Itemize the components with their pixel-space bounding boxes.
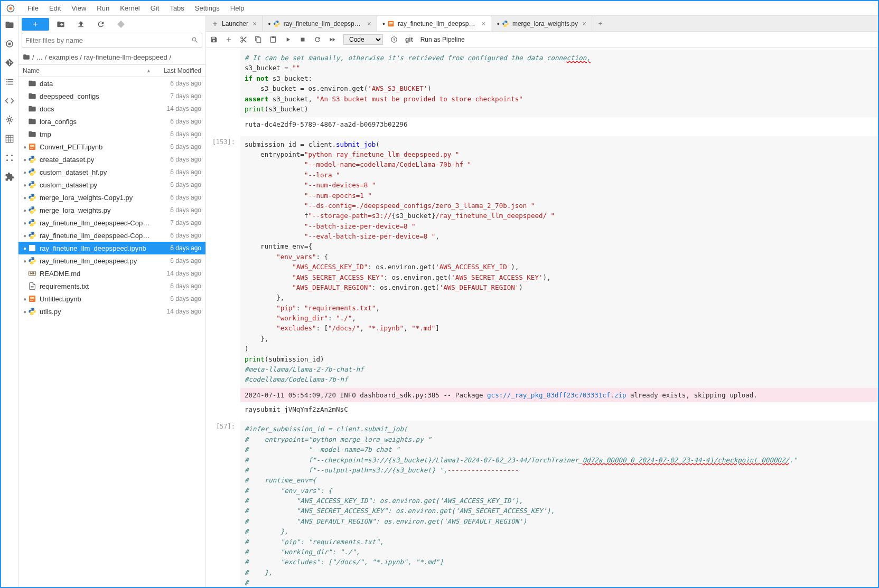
- data-grid-icon[interactable]: [5, 134, 14, 144]
- python-icon: [28, 206, 36, 214]
- folder-icon[interactable]: [5, 20, 14, 30]
- time-icon[interactable]: [390, 36, 398, 43]
- cell-type-select[interactable]: Code: [343, 34, 383, 45]
- file-row[interactable]: requirements.txt6 days ago: [18, 280, 205, 292]
- file-modified: 6 days ago: [151, 168, 201, 176]
- file-modified: 14 days ago: [151, 105, 201, 112]
- file-row[interactable]: tmp6 days ago: [18, 128, 205, 140]
- new-folder-icon[interactable]: [57, 20, 65, 29]
- stop-icon[interactable]: [299, 36, 306, 43]
- file-row[interactable]: ●ray_finetune_llm_deepspeed-Copy1.py7 da…: [18, 216, 205, 229]
- file-row[interactable]: ●Convert_PEFT.ipynb6 days ago: [18, 140, 205, 153]
- file-row[interactable]: ●ray_finetune_llm_deepspeed.py6 days ago: [18, 254, 205, 267]
- code-output: raysubmit_jVNqYmf2zAn2mNsC: [240, 402, 878, 416]
- menu-help[interactable]: Help: [225, 2, 250, 14]
- file-row[interactable]: docs14 days ago: [18, 102, 205, 115]
- file-row[interactable]: ●Untitled.ipynb6 days ago: [18, 292, 205, 305]
- code-input[interactable]: submission_id = client.submit_job( entry…: [240, 136, 878, 388]
- folder-icon: [23, 53, 30, 61]
- close-icon[interactable]: ×: [481, 20, 485, 28]
- menu-edit[interactable]: Edit: [44, 2, 66, 14]
- refresh-icon[interactable]: [97, 20, 105, 29]
- file-row[interactable]: ●merge_lora_weights-Copy1.py6 days ago: [18, 191, 205, 204]
- cut-icon[interactable]: [240, 36, 247, 43]
- close-icon[interactable]: ×: [582, 20, 586, 28]
- file-modified: 6 days ago: [151, 156, 201, 163]
- git-icon[interactable]: [5, 58, 14, 68]
- file-row[interactable]: README.md14 days ago: [18, 267, 205, 280]
- code-icon[interactable]: [5, 96, 14, 106]
- running-icon[interactable]: [5, 39, 14, 49]
- tab[interactable]: ●ray_finetune_llm_deepspeec×: [263, 16, 377, 31]
- menu-git[interactable]: Git: [145, 2, 165, 14]
- notebook[interactable]: # It can be set manually, otherwise it's…: [206, 48, 878, 587]
- prompt: [57]:: [206, 421, 240, 587]
- cell[interactable]: # It can be set manually, otherwise it's…: [206, 48, 878, 134]
- python-icon: [28, 168, 36, 176]
- file-list: data6 days agodeepspeed_configs7 days ag…: [18, 77, 205, 587]
- menu-file[interactable]: File: [22, 2, 44, 14]
- run-as-pipeline[interactable]: Run as Pipeline: [420, 36, 465, 43]
- close-icon[interactable]: ×: [367, 20, 371, 28]
- file-modified: 6 days ago: [151, 130, 201, 138]
- tab-label: ray_finetune_llm_deepspeec: [284, 20, 363, 27]
- git-toggle-icon[interactable]: [117, 20, 125, 29]
- svg-rect-15: [30, 248, 34, 248]
- file-row[interactable]: ●custom_dataset_hf.py6 days ago: [18, 166, 205, 178]
- file-row[interactable]: ●custom_dataset.py6 days ago: [18, 178, 205, 191]
- file-row[interactable]: ●ray_finetune_llm_deepspeed.ipynb6 days …: [18, 242, 205, 254]
- toc-icon[interactable]: [5, 77, 14, 87]
- file-row[interactable]: ●create_dataset.py6 days ago: [18, 153, 205, 166]
- file-row[interactable]: ●ray_finetune_llm_deepspeed-Copy2.py6 da…: [18, 229, 205, 242]
- copy-icon[interactable]: [255, 36, 262, 43]
- paste-icon[interactable]: [269, 36, 277, 43]
- new-launcher-button[interactable]: +: [22, 18, 49, 31]
- close-icon[interactable]: ×: [253, 20, 257, 28]
- file-modified: 6 days ago: [151, 295, 201, 302]
- menu-kernel[interactable]: Kernel: [115, 2, 145, 14]
- file-name: create_dataset.py: [40, 156, 151, 164]
- cell[interactable]: [57]:#infer_submission_id = client.submi…: [206, 419, 878, 587]
- svg-rect-2: [8, 43, 11, 45]
- sort-asc-icon[interactable]: ▲: [146, 68, 151, 73]
- menu-tabs[interactable]: Tabs: [164, 2, 189, 14]
- menu-view[interactable]: View: [66, 2, 91, 14]
- file-row[interactable]: ●utils.py14 days ago: [18, 305, 205, 318]
- code-input[interactable]: # It can be set manually, otherwise it's…: [240, 50, 878, 117]
- add-cell-icon[interactable]: [225, 36, 232, 43]
- svg-point-0: [10, 7, 12, 10]
- breadcrumb[interactable]: / … / examples / ray-finetune-llm-deepsp…: [18, 50, 205, 64]
- tab[interactable]: ●merge_lora_weights.py×: [491, 16, 592, 31]
- column-modified[interactable]: Last Modified: [151, 67, 201, 74]
- file-name: ray_finetune_llm_deepspeed.ipynb: [40, 244, 151, 252]
- file-row[interactable]: deepspeed_configs7 days ago: [18, 90, 205, 102]
- column-name[interactable]: Name: [23, 67, 40, 74]
- build-icon[interactable]: [5, 115, 14, 125]
- menu-run[interactable]: Run: [91, 2, 115, 14]
- git-label[interactable]: git: [405, 36, 413, 43]
- menu-settings[interactable]: Settings: [190, 2, 225, 14]
- code-input[interactable]: #infer_submission_id = client.submit_job…: [240, 421, 878, 587]
- save-icon[interactable]: [210, 36, 218, 43]
- file-row[interactable]: lora_configs6 days ago: [18, 115, 205, 128]
- restart-run-all-icon[interactable]: [329, 36, 336, 43]
- tab[interactable]: ●ray_finetune_llm_deepspeec×: [377, 16, 492, 31]
- file-modified: 7 days ago: [151, 219, 201, 226]
- python-icon: [28, 307, 36, 316]
- extensions-icon[interactable]: [5, 172, 14, 182]
- file-row[interactable]: data6 days ago: [18, 77, 205, 90]
- filter-input[interactable]: [25, 36, 191, 44]
- run-icon[interactable]: [284, 36, 292, 43]
- svg-rect-21: [30, 300, 33, 300]
- tab[interactable]: Launcher×: [206, 16, 263, 31]
- cell[interactable]: [153]:submission_id = client.submit_job(…: [206, 134, 878, 419]
- search-icon[interactable]: [191, 36, 199, 44]
- file-modified: 6 days ago: [151, 80, 201, 87]
- upload-icon[interactable]: [77, 20, 85, 29]
- add-tab-button[interactable]: +: [592, 16, 608, 31]
- file-modified: 6 days ago: [151, 206, 201, 214]
- restart-icon[interactable]: [314, 36, 321, 43]
- file-browser-sidebar: + / … / examples / ray-finetune-llm-deep…: [18, 16, 206, 587]
- file-row[interactable]: ●merge_lora_weights.py6 days ago: [18, 204, 205, 216]
- cluster-icon[interactable]: [5, 153, 14, 163]
